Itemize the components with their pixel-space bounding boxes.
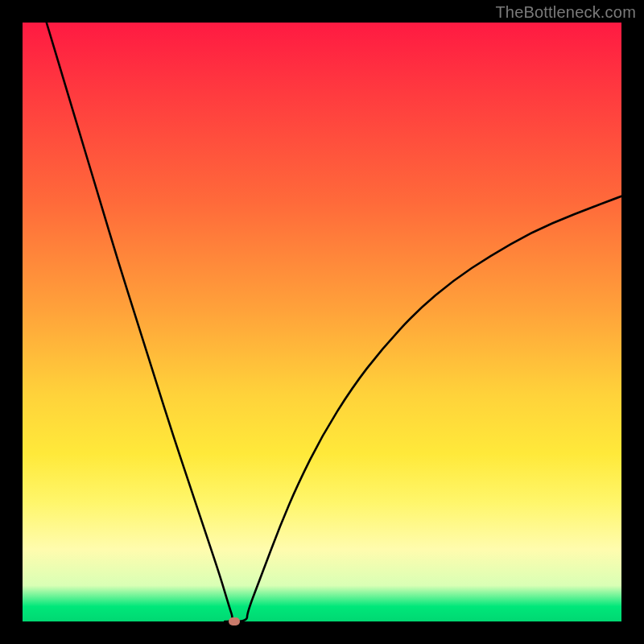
optimal-marker	[229, 617, 240, 625]
chart-frame: TheBottleneck.com	[0, 0, 644, 644]
watermark-text: TheBottleneck.com	[495, 3, 636, 22]
bottleneck-curve	[23, 23, 621, 621]
plot-area	[23, 23, 621, 621]
curve-path	[47, 23, 621, 621]
